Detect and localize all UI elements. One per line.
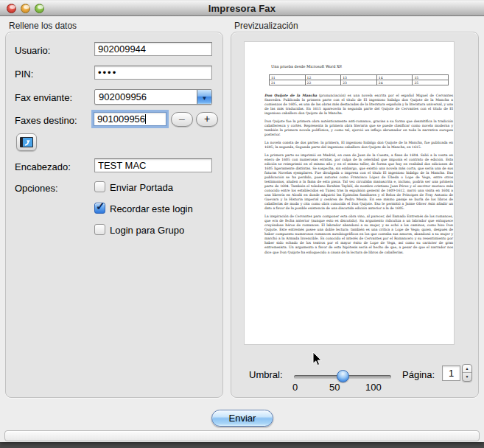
slider-tick-max: 100 [365, 382, 382, 393]
add-fax-button[interactable]: + [196, 112, 218, 127]
table-cell: 15 [413, 75, 449, 80]
pin-label: PIN: [15, 69, 33, 80]
minus-icon: – [179, 113, 185, 125]
fax-enviante-dropdown-button[interactable]: ▼ [197, 90, 211, 104]
doc-intro-line: Una prueba desde Microsoft Word XP. [271, 64, 342, 69]
form-group-label: Rellene los datos [9, 21, 77, 31]
stepper-up-button[interactable]: ▲ [463, 365, 471, 373]
fax-enviante-value: 902009956 [99, 91, 147, 102]
usuario-label: Usuario: [15, 45, 50, 56]
preview-group-label: Previzualización [234, 21, 298, 31]
document-preview-page: Una prueba desde Microsoft Word XP. 11 1… [244, 41, 455, 345]
faxes-destino-input[interactable]: 901009956 [94, 112, 166, 126]
stepper-down-button[interactable]: ▼ [463, 373, 471, 381]
text-caret [145, 114, 146, 124]
fax-enviante-label: Fax enviante: [15, 92, 72, 103]
checkbox-login-grupo-label[interactable]: Login para Grupo [110, 225, 184, 236]
doc-paragraph: Don Quijote fue la primera obra auténtic… [264, 119, 453, 137]
arrow-up-icon: ▲ [466, 366, 469, 371]
slider-tick-min: 0 [292, 382, 298, 393]
doc-body-text: Don Quijote de la Mancha (pronunciación)… [264, 94, 453, 259]
table-cell: 21 [270, 80, 306, 85]
address-book-button[interactable] [16, 133, 37, 151]
window-title: Impresora Fax [0, 3, 484, 14]
encabezado-label: Encabezado: [15, 161, 71, 172]
checkbox-login-grupo[interactable]: ✓ [94, 224, 105, 235]
checkbox-enviar-portada[interactable]: ✓ [94, 181, 105, 192]
usuario-input[interactable]: 902009944 [94, 42, 212, 56]
titlebar[interactable]: Impresora Fax [0, 0, 484, 16]
remove-fax-button[interactable]: – [171, 112, 193, 127]
arrow-down-icon: ▼ [466, 374, 469, 379]
desktop-background: Impresora Fax Rellene los datos Usuario:… [0, 0, 484, 448]
form-groupbox [5, 32, 223, 398]
checkbox-recordar-login[interactable]: ✓ [94, 203, 105, 214]
pagina-stepper[interactable]: ▲ ▼ [462, 364, 472, 382]
fax-enviante-combobox[interactable]: 902009956 ▼ [94, 89, 212, 105]
checkbox-enviar-portada-label[interactable]: Enviar Portada [110, 182, 173, 193]
preview-groupbox: Una prueba desde Microsoft Word XP. 11 1… [231, 32, 479, 398]
slider-tick-mid: 50 [329, 382, 340, 393]
faxes-destino-value: 901009956 [97, 113, 145, 125]
checkbox-recordar-login-label[interactable]: Recordar este login [110, 203, 193, 214]
faxes-destino-label: Faxes destino: [15, 115, 77, 126]
umbral-slider[interactable] [294, 371, 391, 382]
encabezado-input[interactable]: TEST MAC [94, 158, 212, 172]
pin-input[interactable]: •••• [94, 66, 212, 80]
bottom-status-bar [4, 430, 480, 441]
doc-paragraph: La primera parte se imprimió en Madrid, … [264, 153, 453, 211]
doc-paragraph: La inspiración de Cervantes para compone… [264, 214, 453, 254]
doc-table: 11 12 13 14 15 21 22 23 24 25 [269, 74, 449, 85]
table-cell: 11 [270, 75, 306, 80]
table-row: 11 12 13 14 15 [270, 75, 449, 80]
table-cell: 22 [305, 80, 341, 85]
doc-paragraph: La novela consta de dos partes: la prime… [264, 141, 453, 150]
plus-icon: + [204, 113, 210, 125]
address-book-icon [20, 137, 33, 147]
table-cell: 25 [413, 80, 449, 85]
doc-lead-phrase: Don Quijote de la Mancha [264, 94, 317, 97]
mouse-cursor [312, 351, 323, 367]
table-cell: 14 [376, 75, 413, 80]
check-icon: ✓ [96, 200, 105, 213]
chevron-down-icon: ▼ [202, 95, 208, 102]
table-cell: 24 [376, 80, 413, 85]
pagina-label: Página: [402, 369, 435, 380]
enviar-button[interactable]: Enviar [211, 410, 273, 427]
slider-thumb[interactable] [337, 370, 349, 382]
table-cell: 23 [341, 80, 377, 85]
doc-paragraph: Don Quijote de la Mancha (pronunciación)… [264, 94, 453, 116]
umbral-label: Umbral: [249, 369, 283, 380]
table-cell: 12 [305, 75, 341, 80]
pagina-input[interactable]: 1 [442, 365, 460, 381]
opciones-label: Opciones: [15, 183, 58, 194]
table-row: 21 22 23 24 25 [270, 80, 449, 85]
fax-dialog-window: Impresora Fax Rellene los datos Usuario:… [0, 0, 484, 442]
table-cell: 13 [341, 75, 377, 80]
